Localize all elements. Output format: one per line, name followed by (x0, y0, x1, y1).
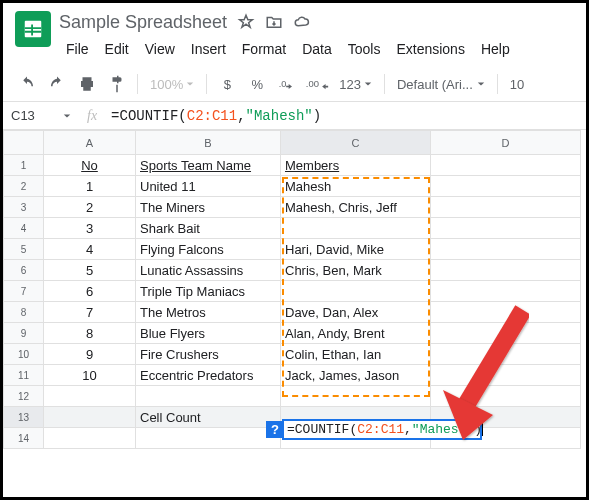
cell[interactable] (44, 428, 136, 449)
redo-button[interactable] (43, 71, 71, 97)
cell[interactable] (431, 386, 581, 407)
cloud-icon[interactable] (293, 13, 311, 31)
row-header-1[interactable]: 1 (4, 155, 44, 176)
cell[interactable]: Jack, James, Jason (281, 365, 431, 386)
cell[interactable] (44, 407, 136, 428)
formula-help-icon[interactable]: ? (266, 421, 284, 438)
menu-extensions[interactable]: Extensions (389, 37, 471, 61)
cell[interactable]: The Metros (136, 302, 281, 323)
cell[interactable]: 8 (44, 323, 136, 344)
cell[interactable]: Mahesh, Chris, Jeff (281, 197, 431, 218)
cell[interactable]: 2 (44, 197, 136, 218)
formula-bar[interactable]: =COUNTIF(C2:C11,"Mahesh") (107, 108, 586, 124)
cell[interactable]: 1 (44, 176, 136, 197)
cell[interactable]: The Miners (136, 197, 281, 218)
print-button[interactable] (73, 71, 101, 97)
zoom-dropdown[interactable]: 100% (144, 77, 200, 92)
cell-b13[interactable]: Cell Count (136, 407, 281, 428)
cell[interactable] (281, 218, 431, 239)
row-header-13[interactable]: 13 (4, 407, 44, 428)
row-header-8[interactable]: 8 (4, 302, 44, 323)
cell[interactable]: Fire Crushers (136, 344, 281, 365)
cell[interactable]: 6 (44, 281, 136, 302)
col-header-d[interactable]: D (431, 131, 581, 155)
row-header-14[interactable]: 14 (4, 428, 44, 449)
doc-title[interactable]: Sample Spreadsheet (59, 12, 227, 33)
menu-file[interactable]: File (59, 37, 96, 61)
sheets-logo[interactable] (15, 11, 51, 47)
cell[interactable] (431, 197, 581, 218)
move-icon[interactable] (265, 13, 283, 31)
row-header-12[interactable]: 12 (4, 386, 44, 407)
fontsize-dropdown[interactable]: 10 (504, 77, 530, 92)
col-header-a[interactable]: A (44, 131, 136, 155)
namebox-dropdown-icon[interactable] (63, 108, 77, 123)
cell[interactable] (431, 176, 581, 197)
cell[interactable]: Flying Falcons (136, 239, 281, 260)
row-header-9[interactable]: 9 (4, 323, 44, 344)
cell-d1[interactable] (431, 155, 581, 176)
cell[interactable] (44, 386, 136, 407)
cell-b1[interactable]: Sports Team Name (136, 155, 281, 176)
menu-help[interactable]: Help (474, 37, 517, 61)
cell[interactable] (431, 365, 581, 386)
row-header-5[interactable]: 5 (4, 239, 44, 260)
cell[interactable]: Lunatic Assassins (136, 260, 281, 281)
col-header-b[interactable]: B (136, 131, 281, 155)
row-header-4[interactable]: 4 (4, 218, 44, 239)
cell[interactable] (281, 281, 431, 302)
cell[interactable]: 3 (44, 218, 136, 239)
cell[interactable]: 9 (44, 344, 136, 365)
cell[interactable]: Triple Tip Maniacs (136, 281, 281, 302)
row-header-3[interactable]: 3 (4, 197, 44, 218)
cell[interactable] (281, 386, 431, 407)
cell-a1[interactable]: No (44, 155, 136, 176)
row-header-2[interactable]: 2 (4, 176, 44, 197)
cell[interactable]: Chris, Ben, Mark (281, 260, 431, 281)
paint-format-button[interactable] (103, 71, 131, 97)
select-all-corner[interactable] (4, 131, 44, 155)
menu-tools[interactable]: Tools (341, 37, 388, 61)
cell[interactable] (431, 260, 581, 281)
name-box[interactable]: C13 (3, 108, 63, 123)
cell[interactable] (431, 239, 581, 260)
row-header-7[interactable]: 7 (4, 281, 44, 302)
row-header-10[interactable]: 10 (4, 344, 44, 365)
undo-button[interactable] (13, 71, 41, 97)
menu-data[interactable]: Data (295, 37, 339, 61)
dec-decimal-button[interactable]: .0 (273, 71, 301, 97)
menu-view[interactable]: View (138, 37, 182, 61)
star-icon[interactable] (237, 13, 255, 31)
spreadsheet-grid[interactable]: A B C D 1 No Sports Team Name Members 21… (3, 130, 586, 449)
cell[interactable] (136, 428, 281, 449)
font-dropdown[interactable]: Default (Ari... (391, 77, 491, 92)
cell[interactable] (431, 281, 581, 302)
cell[interactable]: 10 (44, 365, 136, 386)
number-format-dropdown[interactable]: 123 (333, 77, 378, 92)
cell[interactable]: Eccentric Predators (136, 365, 281, 386)
cell[interactable]: Shark Bait (136, 218, 281, 239)
inc-decimal-button[interactable]: .00 (303, 71, 331, 97)
cell[interactable]: 7 (44, 302, 136, 323)
cell[interactable]: Dave, Dan, Alex (281, 302, 431, 323)
col-header-c[interactable]: C (281, 131, 431, 155)
cell[interactable]: Alan, Andy, Brent (281, 323, 431, 344)
cell[interactable] (431, 302, 581, 323)
row-header-11[interactable]: 11 (4, 365, 44, 386)
row-header-6[interactable]: 6 (4, 260, 44, 281)
cell[interactable] (136, 386, 281, 407)
cell[interactable]: Mahesh (281, 176, 431, 197)
cell[interactable]: Colin, Ethan, Ian (281, 344, 431, 365)
cell[interactable]: United 11 (136, 176, 281, 197)
cell[interactable]: Hari, David, Mike (281, 239, 431, 260)
cell[interactable] (431, 218, 581, 239)
cell-c1[interactable]: Members (281, 155, 431, 176)
menu-format[interactable]: Format (235, 37, 293, 61)
cell[interactable] (431, 323, 581, 344)
menu-insert[interactable]: Insert (184, 37, 233, 61)
menu-edit[interactable]: Edit (98, 37, 136, 61)
cell[interactable]: Blue Flyers (136, 323, 281, 344)
currency-button[interactable]: $ (213, 71, 241, 97)
cell[interactable]: 5 (44, 260, 136, 281)
percent-button[interactable]: % (243, 71, 271, 97)
